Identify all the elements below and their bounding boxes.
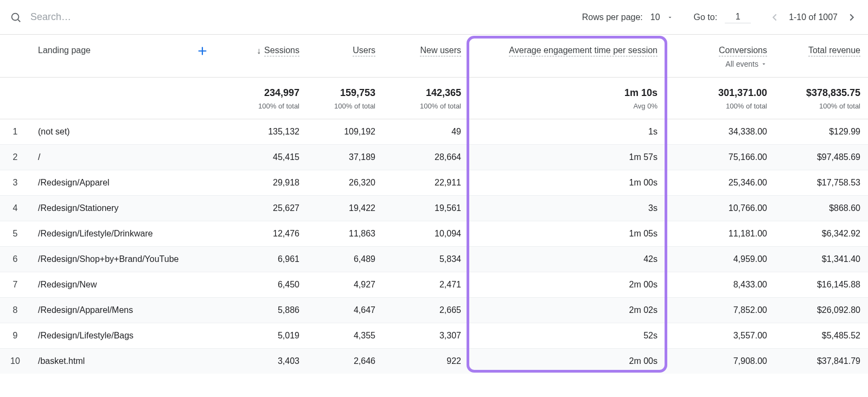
row-index: 10: [0, 348, 30, 374]
table-row[interactable]: 8/Redesign/Apparel/Mens5,8864,6472,6652m…: [0, 297, 868, 323]
cell-revenue: $16,145.88: [775, 272, 868, 297]
goto-page: Go to:: [694, 11, 751, 23]
header-new-users-label: New users: [420, 46, 461, 56]
cell-sessions: 25,627: [216, 195, 307, 221]
header-avg-engagement-time-label: Average engagement time per session: [509, 46, 658, 56]
header-users[interactable]: Users: [307, 35, 383, 77]
cell-new-users: 922: [383, 348, 469, 374]
cell-sessions: 5,019: [216, 323, 307, 348]
cell-conversions: 3,557.00: [665, 323, 775, 348]
table-row[interactable]: 10/basket.html3,4032,6469222m 00s7,908.0…: [0, 348, 868, 374]
cell-revenue: $97,485.69: [775, 144, 868, 170]
cell-conversions: 11,181.00: [665, 221, 775, 246]
cell-users: 4,647: [307, 297, 383, 323]
cell-new-users: 28,664: [383, 144, 469, 170]
table-row[interactable]: 4/Redesign/Stationery25,62719,42219,5613…: [0, 195, 868, 221]
cell-conversions: 25,346.00: [665, 170, 775, 195]
cell-revenue: $868.60: [775, 195, 868, 221]
row-index: 3: [0, 170, 30, 195]
search-bar[interactable]: [10, 11, 582, 23]
cell-new-users: 10,094: [383, 221, 469, 246]
cell-revenue: $26,092.80: [775, 297, 868, 323]
table-row[interactable]: 3/Redesign/Apparel29,91826,32022,9111m 0…: [0, 170, 868, 195]
summary-conversions: 301,371.00: [673, 87, 767, 99]
cell-sessions: 135,132: [216, 119, 307, 144]
cell-avg-time: 52s: [469, 323, 665, 348]
table-pager: Rows per page: 10 Go to: 1-10 of 1007: [582, 11, 858, 24]
rows-per-page-select[interactable]: 10: [650, 11, 676, 24]
header-sessions-label: Sessions: [264, 46, 299, 56]
landing-page[interactable]: /Redesign/New: [30, 272, 216, 297]
landing-page[interactable]: (not set): [30, 119, 216, 144]
landing-page[interactable]: /: [30, 144, 216, 170]
cell-conversions: 75,166.00: [665, 144, 775, 170]
header-conversions-label: Conversions: [719, 46, 767, 56]
landing-page[interactable]: /Redesign/Lifestyle/Bags: [30, 323, 216, 348]
cell-sessions: 45,415: [216, 144, 307, 170]
table-row[interactable]: 2/45,41537,18928,6641m 57s75,166.00$97,4…: [0, 144, 868, 170]
row-index: 4: [0, 195, 30, 221]
summary-avg-time: 1m 10s: [476, 87, 658, 99]
cell-sessions: 6,961: [216, 246, 307, 272]
table-row[interactable]: 5/Redesign/Lifestyle/Drinkware12,47611,8…: [0, 221, 868, 246]
summary-row: 234,997100% of total 159,753100% of tota…: [0, 77, 868, 119]
summary-sessions: 234,997: [224, 87, 299, 99]
goto-label: Go to:: [694, 12, 718, 22]
table-row[interactable]: 7/Redesign/New6,4504,9272,4712m 00s8,433…: [0, 272, 868, 297]
landing-page[interactable]: /Redesign/Lifestyle/Drinkware: [30, 221, 216, 246]
cell-conversions: 34,338.00: [665, 119, 775, 144]
goto-input[interactable]: [725, 11, 751, 23]
cell-avg-time: 2m 00s: [469, 272, 665, 297]
landing-page[interactable]: /Redesign/Shop+by+Brand/YouTube: [30, 246, 216, 272]
report-table: Landing page ↓Sessions Users New users A…: [0, 35, 868, 374]
landing-page[interactable]: /Redesign/Stationery: [30, 195, 216, 221]
cell-conversions: 4,959.00: [665, 246, 775, 272]
cell-sessions: 12,476: [216, 221, 307, 246]
cell-conversions: 10,766.00: [665, 195, 775, 221]
header-index: [0, 35, 30, 77]
header-conversions[interactable]: Conversions All events: [665, 35, 775, 77]
conversions-event-label: All events: [725, 60, 758, 68]
search-icon: [10, 11, 22, 23]
cell-revenue: $17,758.53: [775, 170, 868, 195]
toolbar: Rows per page: 10 Go to: 1-10 of 1007: [0, 0, 868, 35]
header-total-revenue[interactable]: Total revenue: [775, 35, 868, 77]
cell-avg-time: 1m 05s: [469, 221, 665, 246]
table-row[interactable]: 9/Redesign/Lifestyle/Bags5,0194,3553,307…: [0, 323, 868, 348]
header-new-users[interactable]: New users: [383, 35, 469, 77]
cell-revenue: $129.99: [775, 119, 868, 144]
header-avg-engagement-time[interactable]: Average engagement time per session: [469, 35, 665, 77]
cell-sessions: 6,450: [216, 272, 307, 297]
prev-page-button[interactable]: [768, 11, 781, 24]
cell-users: 11,863: [307, 221, 383, 246]
cell-users: 6,489: [307, 246, 383, 272]
conversions-event-select[interactable]: All events: [673, 60, 767, 68]
landing-page[interactable]: /Redesign/Apparel/Mens: [30, 297, 216, 323]
svg-line-1: [18, 20, 20, 22]
rows-per-page-label: Rows per page:: [582, 12, 643, 22]
cell-users: 4,355: [307, 323, 383, 348]
cell-users: 37,189: [307, 144, 383, 170]
next-page-button[interactable]: [845, 11, 858, 24]
landing-page[interactable]: /basket.html: [30, 348, 216, 374]
add-dimension-button[interactable]: [196, 44, 208, 60]
header-dimension[interactable]: Landing page: [30, 35, 216, 77]
cell-users: 19,422: [307, 195, 383, 221]
rows-per-page: Rows per page: 10: [582, 11, 676, 24]
landing-page[interactable]: /Redesign/Apparel: [30, 170, 216, 195]
cell-users: 2,646: [307, 348, 383, 374]
cell-revenue: $37,841.79: [775, 348, 868, 374]
summary-avg-time-pct: Avg 0%: [476, 102, 658, 110]
table-row[interactable]: 6/Redesign/Shop+by+Brand/YouTube6,9616,4…: [0, 246, 868, 272]
cell-avg-time: 1s: [469, 119, 665, 144]
header-sessions[interactable]: ↓Sessions: [216, 35, 307, 77]
header-dimension-label: Landing page: [38, 46, 91, 55]
cell-users: 109,192: [307, 119, 383, 144]
row-index: 6: [0, 246, 30, 272]
search-input[interactable]: [29, 11, 170, 23]
cell-users: 26,320: [307, 170, 383, 195]
cell-new-users: 22,911: [383, 170, 469, 195]
cell-new-users: 3,307: [383, 323, 469, 348]
cell-revenue: $6,342.92: [775, 221, 868, 246]
table-row[interactable]: 1(not set)135,132109,192491s34,338.00$12…: [0, 119, 868, 144]
